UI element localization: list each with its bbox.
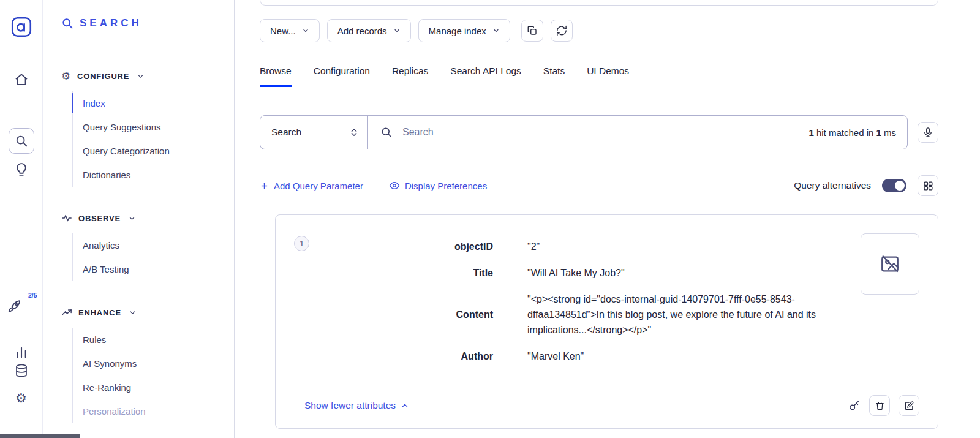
edit-icon: [904, 401, 914, 411]
tab-browse[interactable]: Browse: [260, 66, 292, 87]
query-alternatives-toggle[interactable]: [882, 179, 907, 192]
sidebar-item-query-suggestions[interactable]: Query Suggestions: [73, 115, 234, 139]
search-icon: [380, 126, 393, 138]
refresh-icon: [556, 25, 567, 36]
horizontal-scrollbar-thumb[interactable]: [0, 434, 80, 438]
section-enhance[interactable]: ENHANCE: [61, 307, 234, 318]
add-query-parameter-link[interactable]: Add Query Parameter: [260, 181, 363, 191]
field-value: "2": [527, 239, 834, 254]
tab-configuration[interactable]: Configuration: [314, 66, 370, 87]
new-button[interactable]: New...: [260, 19, 320, 42]
sidebar-item-re-ranking[interactable]: Re-Ranking: [73, 376, 234, 399]
home-icon[interactable]: [14, 72, 29, 87]
tab-stats[interactable]: Stats: [543, 66, 565, 87]
mic-icon: [922, 127, 933, 138]
sidebar-item-dictionaries[interactable]: Dictionaries: [73, 163, 234, 187]
sidebar-item-analytics[interactable]: Analytics: [73, 233, 234, 257]
top-banner-edge: [260, 0, 938, 6]
field-label: objectID: [309, 241, 493, 252]
sidebar-item-query-categorization[interactable]: Query Categorization: [73, 139, 234, 163]
section-configure[interactable]: ⚙ CONFIGURE: [61, 71, 234, 81]
database-icon[interactable]: [14, 363, 29, 378]
field-value: "Will AI Take My Job?": [527, 265, 834, 281]
chevron-down-icon: [302, 27, 309, 34]
field-value: "Marvel Ken": [527, 349, 834, 364]
toggle-knob: [895, 181, 905, 191]
sidebar: SEARCH ⚙ CONFIGURE Index Query Suggestio…: [43, 0, 235, 438]
sidebar-item-index[interactable]: Index: [73, 91, 234, 115]
section-observe[interactable]: OBSERVE: [61, 213, 234, 224]
trash-icon: [875, 401, 885, 411]
sidebar-item-ai-synonyms[interactable]: AI Synonyms: [73, 352, 234, 376]
chevron-down-icon: [128, 214, 136, 222]
search-input[interactable]: [401, 126, 800, 138]
field-row-title: Title "Will AI Take My Job?": [309, 260, 834, 286]
trending-up-icon: [61, 307, 72, 318]
app-rail: 2/5 ⚙: [0, 0, 43, 438]
gear-icon: ⚙: [61, 71, 71, 81]
search-row: Search 1 hit matched in 1 ms: [260, 115, 938, 149]
layout-grid-button[interactable]: [918, 175, 938, 196]
record-card: 1 objectID "2" Title "Will AI Take My Jo…: [275, 214, 938, 429]
field-value: "<p><strong id="docs-internal-guid-14079…: [527, 292, 834, 338]
settings-icon[interactable]: ⚙: [15, 392, 27, 405]
query-alternatives-label: Query alternatives: [794, 180, 871, 191]
field-label: Author: [309, 351, 493, 362]
add-records-button[interactable]: Add records: [327, 19, 411, 42]
delete-record-button[interactable]: [869, 395, 890, 416]
query-options-row: Add Query Parameter Display Preferences …: [260, 175, 938, 196]
analytics-bars-icon[interactable]: [14, 345, 28, 360]
plus-icon: [260, 181, 269, 191]
eye-icon: [389, 180, 400, 191]
field-row-content: Content "<p><strong id="docs-internal-gu…: [309, 286, 834, 343]
tab-ui-demos[interactable]: UI Demos: [587, 66, 629, 87]
display-preferences-link[interactable]: Display Preferences: [389, 180, 487, 191]
index-tabs: Browse Configuration Replicas Search API…: [260, 66, 938, 87]
key-icon[interactable]: [848, 399, 861, 412]
field-row-objectid: objectID "2": [309, 233, 834, 260]
field-label: Title: [309, 268, 493, 279]
activity-icon: [61, 213, 72, 224]
record-rank-badge: 1: [294, 236, 309, 251]
field-row-author: Author "Marvel Ken": [309, 343, 834, 369]
sidebar-item-ab-testing[interactable]: A/B Testing: [73, 257, 234, 281]
record-fields: objectID "2" Title "Will AI Take My Job?…: [309, 233, 919, 369]
usage-badge: 2/5: [28, 292, 37, 299]
product-name: SEARCH: [80, 17, 142, 29]
recommend-icon[interactable]: [13, 162, 29, 177]
search-mode-select[interactable]: Search: [260, 116, 368, 149]
search-box: Search 1 hit matched in 1 ms: [260, 115, 908, 149]
record-card-footer: Show fewer attributes: [294, 385, 919, 416]
product-header: SEARCH: [61, 17, 234, 29]
tab-search-api-logs[interactable]: Search API Logs: [450, 66, 521, 87]
field-label: Content: [309, 309, 493, 320]
manage-index-button[interactable]: Manage index: [418, 19, 510, 42]
refresh-button[interactable]: [551, 20, 573, 42]
search-icon: [61, 17, 74, 29]
search-nav-icon[interactable]: [9, 128, 34, 154]
chevron-up-icon: [401, 401, 409, 410]
rocket-icon[interactable]: 2/5: [7, 292, 36, 319]
chevron-down-icon: [129, 309, 137, 317]
copy-icon: [527, 25, 538, 36]
grid-icon: [923, 181, 933, 191]
tab-replicas[interactable]: Replicas: [392, 66, 428, 87]
index-toolbar: New... Add records Manage index: [260, 19, 938, 42]
chevron-down-icon: [492, 27, 500, 34]
updown-icon: [349, 127, 359, 137]
algolia-logo[interactable]: [10, 16, 32, 38]
show-fewer-attributes-link[interactable]: Show fewer attributes: [304, 400, 409, 411]
hits-status: 1 hit matched in 1 ms: [809, 127, 896, 138]
no-image-icon: [880, 254, 900, 274]
sidebar-item-rules[interactable]: Rules: [73, 328, 234, 352]
edit-record-button[interactable]: [899, 395, 919, 416]
record-image-placeholder: [861, 233, 919, 295]
sidebar-item-personalization[interactable]: Personalization: [73, 399, 234, 423]
copy-index-button[interactable]: [521, 20, 543, 42]
main-content: New... Add records Manage index: [235, 0, 980, 438]
voice-search-button[interactable]: [918, 122, 938, 143]
chevron-down-icon: [393, 27, 401, 34]
chevron-down-icon: [137, 72, 145, 80]
